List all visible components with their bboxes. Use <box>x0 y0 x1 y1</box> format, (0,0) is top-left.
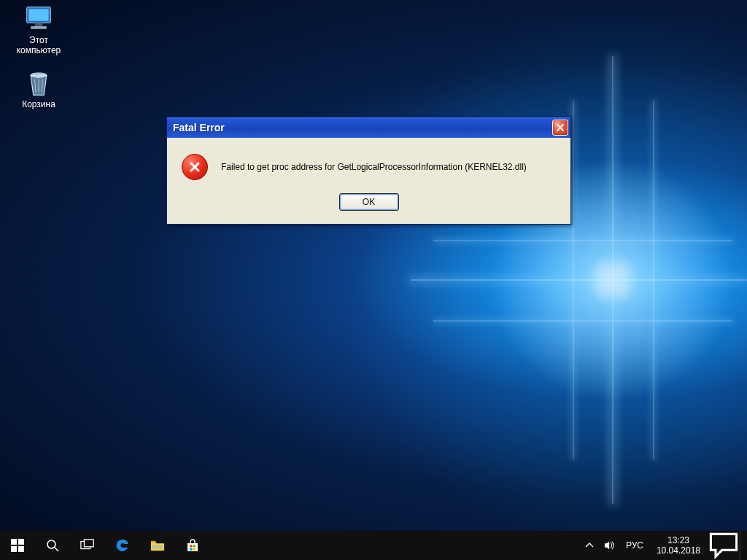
desktop-icon-label: Этоткомпьютер <box>17 35 61 55</box>
language-indicator[interactable]: РУС <box>620 531 649 560</box>
desktop-icon-recycle-bin[interactable]: Корзина <box>7 69 70 109</box>
dialog-titlebar[interactable]: Fatal Error <box>167 117 570 138</box>
ok-button[interactable]: OK <box>339 193 399 211</box>
svg-rect-17 <box>190 548 193 551</box>
wallpaper-line <box>433 240 732 241</box>
clock-date: 10.04.2018 <box>657 545 700 556</box>
notification-icon <box>708 531 740 560</box>
clock[interactable]: 13:23 10.04.2018 <box>649 531 708 560</box>
wallpaper-line <box>573 101 574 459</box>
svg-rect-12 <box>84 540 93 547</box>
task-view-icon <box>80 538 95 553</box>
dialog-close-button[interactable] <box>552 120 568 136</box>
svg-rect-18 <box>193 548 196 551</box>
dialog-body: Failed to get proc address for GetLogica… <box>167 138 570 187</box>
store-icon <box>185 538 200 553</box>
task-view-button[interactable] <box>70 531 105 560</box>
close-icon <box>556 123 565 132</box>
svg-rect-7 <box>11 546 17 552</box>
dialog-title: Fatal Error <box>173 122 552 133</box>
file-explorer-icon <box>150 538 165 553</box>
svg-rect-8 <box>18 546 24 552</box>
svg-rect-16 <box>193 545 196 548</box>
taskbar-right: РУС 13:23 10.04.2018 <box>579 531 747 560</box>
action-center-button[interactable] <box>708 531 740 560</box>
taskbar: РУС 13:23 10.04.2018 <box>0 531 747 560</box>
volume-button[interactable] <box>600 531 620 560</box>
search-icon <box>45 538 60 553</box>
show-desktop-button[interactable] <box>740 531 744 560</box>
svg-rect-2 <box>35 23 43 26</box>
svg-rect-14 <box>152 545 163 549</box>
svg-rect-1 <box>28 9 48 20</box>
computer-icon <box>23 4 55 34</box>
windows-logo-icon <box>10 538 25 553</box>
error-icon <box>182 154 208 180</box>
desktop[interactable]: Этоткомпьютер Корзина Fatal Error <box>0 0 747 560</box>
svg-point-4 <box>31 73 47 77</box>
search-button[interactable] <box>35 531 70 560</box>
wallpaper-line <box>653 101 654 459</box>
svg-point-9 <box>47 540 55 548</box>
desktop-icon-this-pc[interactable]: Этоткомпьютер <box>7 4 70 55</box>
chevron-up-icon <box>584 540 595 551</box>
edge-icon <box>115 538 130 553</box>
taskbar-left <box>0 531 210 560</box>
svg-rect-5 <box>11 539 17 545</box>
taskbar-app-edge[interactable] <box>105 531 140 560</box>
speaker-icon <box>604 540 616 551</box>
start-button[interactable] <box>0 531 35 560</box>
svg-rect-6 <box>18 539 24 545</box>
svg-rect-13 <box>151 541 155 543</box>
svg-rect-15 <box>190 545 193 548</box>
desktop-icons: Этоткомпьютер Корзина <box>7 4 70 109</box>
dialog-buttons: OK <box>167 187 570 224</box>
recycle-bin-icon <box>23 69 55 98</box>
clock-time: 13:23 <box>657 535 700 545</box>
tray-overflow-button[interactable] <box>579 531 600 560</box>
svg-rect-3 <box>31 26 47 29</box>
error-dialog: Fatal Error Failed to get proc address f… <box>166 117 571 225</box>
taskbar-app-file-explorer[interactable] <box>140 531 175 560</box>
svg-line-10 <box>55 548 58 551</box>
taskbar-app-store[interactable] <box>175 531 210 560</box>
wallpaper-line <box>433 320 732 322</box>
dialog-message: Failed to get proc address for GetLogica… <box>221 162 527 172</box>
desktop-icon-label: Корзина <box>22 99 55 109</box>
